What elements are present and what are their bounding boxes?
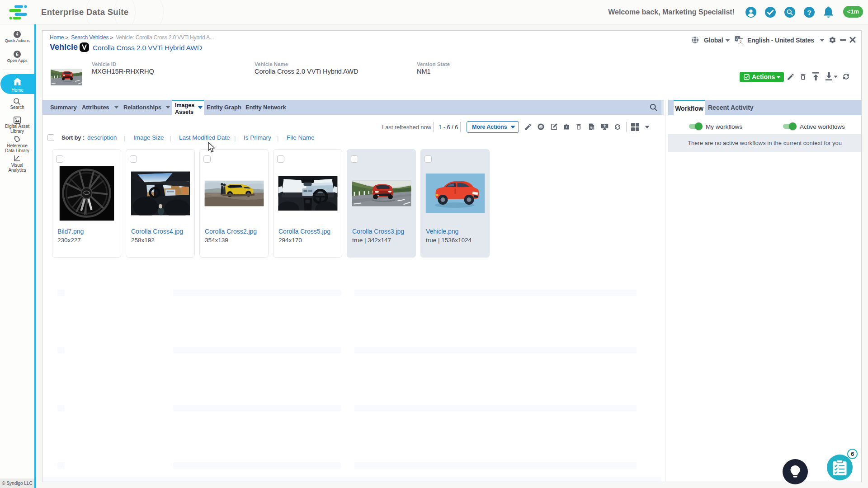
svg-text:文: 文 [739, 39, 743, 44]
svg-text:6: 6 [16, 52, 19, 57]
svg-text:?: ? [807, 9, 811, 16]
